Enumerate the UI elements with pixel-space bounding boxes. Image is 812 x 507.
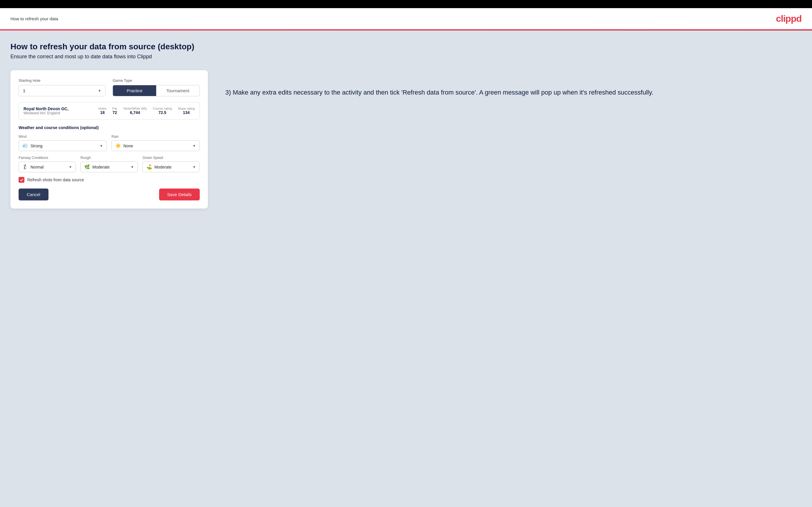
holes-value: 18 <box>98 110 107 115</box>
course-rating-stat: Course rating 72.5 <box>153 107 172 115</box>
rough-label: Rough <box>81 156 138 160</box>
top-bar <box>0 0 812 8</box>
weather-row-1: Wind 💨 Strong ▼ Rain ☀️ None ▼ <box>18 134 200 151</box>
rain-dropdown: Rain ☀️ None ▼ <box>111 134 200 151</box>
green-speed-value: Moderate <box>154 165 190 169</box>
weather-row-2: Fairway Conditions 🏌️ Normal ▼ Rough 🌿 M… <box>18 156 200 172</box>
holes-label: Holes <box>98 107 107 110</box>
rain-label: Rain <box>111 134 200 138</box>
wind-chevron-icon: ▼ <box>100 144 103 148</box>
rough-dropdown: Rough 🌿 Moderate ▼ <box>81 156 138 172</box>
cancel-button[interactable]: Cancel <box>18 188 48 201</box>
chevron-down-icon: ▼ <box>98 89 101 93</box>
main-content: How to refresh your data from source (de… <box>0 31 812 507</box>
yards-stat: Yards/White (M)) 6,744 <box>123 107 147 115</box>
header: How to refresh your data clippd <box>0 8 812 30</box>
green-speed-chevron-icon: ▼ <box>193 165 196 169</box>
refresh-checkbox-row: Refresh shots from data source <box>18 177 200 183</box>
green-speed-icon: ⛳ <box>146 164 152 170</box>
top-row: Starting Hole 1 ▼ Game Type Practice Tou… <box>18 78 200 96</box>
rain-icon: ☀️ <box>115 143 121 149</box>
course-stats: Holes 18 Par 72 Yards/White (M)) 6,744 C… <box>98 107 195 115</box>
practice-button[interactable]: Practice <box>113 85 156 96</box>
edit-card: Starting Hole 1 ▼ Game Type Practice Tou… <box>10 70 208 209</box>
game-type-toggle: Practice Tournament <box>113 85 200 96</box>
green-speed-dropdown: Green Speed ⛳ Moderate ▼ <box>143 156 200 172</box>
refresh-checkbox[interactable] <box>18 177 24 183</box>
fairway-label: Fairway Conditions <box>18 156 76 160</box>
yards-label: Yards/White (M)) <box>123 107 147 110</box>
right-description: 3) Make any extra edits necessary to the… <box>225 70 802 97</box>
rain-select[interactable]: ☀️ None ▼ <box>111 140 200 151</box>
yards-value: 6,744 <box>123 110 147 115</box>
par-stat: Par 72 <box>112 107 117 115</box>
course-rating-value: 72.5 <box>153 110 172 115</box>
wind-icon: 💨 <box>22 143 28 149</box>
slope-rating-label: Slope rating <box>178 107 195 110</box>
page-title: How to refresh your data from source (de… <box>10 42 802 51</box>
fairway-select[interactable]: 🏌️ Normal ▼ <box>18 162 76 172</box>
wind-dropdown: Wind 💨 Strong ▼ <box>18 134 107 151</box>
save-button[interactable]: Save Details <box>159 188 200 201</box>
starting-hole-select[interactable]: 1 ▼ <box>18 85 106 96</box>
description-text: 3) Make any extra edits necessary to the… <box>225 88 802 97</box>
rain-chevron-icon: ▼ <box>193 144 196 148</box>
fairway-value: Normal <box>31 165 66 169</box>
course-rating-label: Course rating <box>153 107 172 110</box>
starting-hole-col: Starting Hole 1 ▼ <box>18 78 106 96</box>
course-name: Royal North Devon GC, <box>23 106 93 111</box>
fairway-icon: 🏌️ <box>22 164 28 170</box>
rough-chevron-icon: ▼ <box>131 165 134 169</box>
page-subtitle: Ensure the correct and most up to date d… <box>10 54 802 60</box>
content-area: Starting Hole 1 ▼ Game Type Practice Tou… <box>10 70 802 209</box>
wind-select[interactable]: 💨 Strong ▼ <box>18 140 107 151</box>
course-info: Royal North Devon GC, Westward Ho!, Engl… <box>23 106 93 115</box>
header-title: How to refresh your data <box>10 16 58 21</box>
par-value: 72 <box>112 110 117 115</box>
course-location: Westward Ho!, England <box>23 111 93 115</box>
game-type-label: Game Type <box>113 78 200 83</box>
rough-value: Moderate <box>92 165 128 169</box>
tournament-button[interactable]: Tournament <box>156 85 199 96</box>
course-row: Royal North Devon GC, Westward Ho!, Engl… <box>18 102 200 119</box>
game-type-col: Game Type Practice Tournament <box>113 78 200 96</box>
button-row: Cancel Save Details <box>18 188 200 201</box>
starting-hole-value: 1 <box>23 88 25 93</box>
starting-hole-label: Starting Hole <box>18 78 106 83</box>
wind-value: Strong <box>31 144 97 148</box>
rough-select[interactable]: 🌿 Moderate ▼ <box>81 162 138 172</box>
holes-stat: Holes 18 <box>98 107 107 115</box>
rough-icon: 🌿 <box>84 164 90 170</box>
wind-label: Wind <box>18 134 107 138</box>
slope-rating-stat: Slope rating 134 <box>178 107 195 115</box>
logo: clippd <box>776 13 802 24</box>
refresh-label: Refresh shots from data source <box>27 177 84 182</box>
checkmark-icon <box>20 178 23 182</box>
par-label: Par <box>112 107 117 110</box>
fairway-chevron-icon: ▼ <box>68 165 72 169</box>
green-speed-select[interactable]: ⛳ Moderate ▼ <box>143 162 200 172</box>
fairway-dropdown: Fairway Conditions 🏌️ Normal ▼ <box>18 156 76 172</box>
weather-section-label: Weather and course conditions (optional) <box>18 125 200 130</box>
rain-value: None <box>123 144 190 148</box>
slope-rating-value: 134 <box>178 110 195 115</box>
green-speed-label: Green Speed <box>143 156 200 160</box>
